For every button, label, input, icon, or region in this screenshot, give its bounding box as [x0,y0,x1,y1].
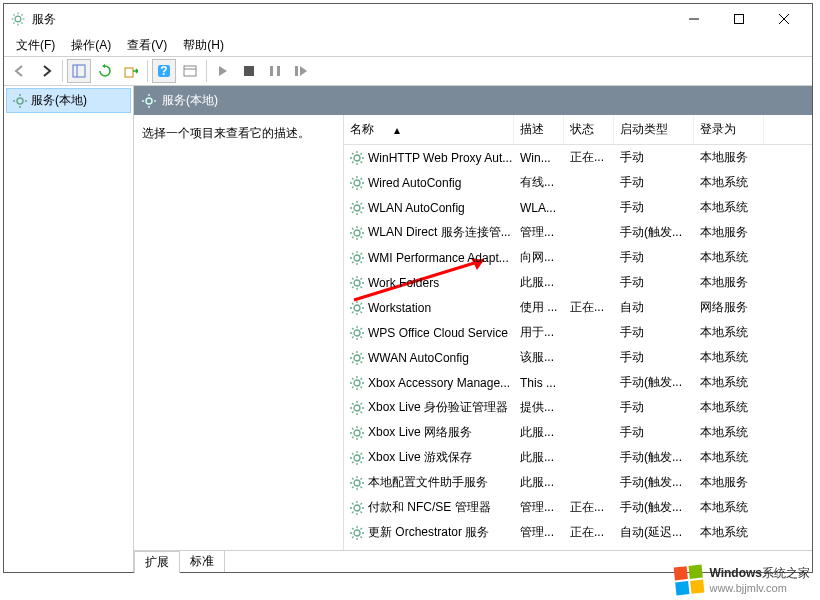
svg-line-160 [352,486,354,488]
col-header-startup[interactable]: 启动类型 [614,115,694,144]
svg-line-42 [361,153,363,155]
svg-line-131 [361,411,363,413]
table-row[interactable]: WLAN AutoConfigWLA...手动本地系统 [344,195,812,220]
forward-button[interactable] [34,59,58,83]
svg-line-130 [352,403,354,405]
svg-point-107 [354,355,360,361]
export-button[interactable] [119,59,143,83]
cell-desc: WLA... [514,200,564,216]
col-header-desc[interactable]: 描述 [514,115,564,144]
table-row[interactable]: WLAN Direct 服务连接管...管理...手动(触发...本地服务 [344,220,812,245]
table-row[interactable]: Xbox Live 身份验证管理器提供...手动本地系统 [344,395,812,420]
svg-line-159 [361,478,363,480]
table-row[interactable]: Xbox Live 网络服务此服...手动本地系统 [344,420,812,445]
watermark-sub: 系统之家 [762,566,810,580]
table-row[interactable]: Wired AutoConfig有线...手动本地系统 [344,170,812,195]
start-service-button[interactable] [211,59,235,83]
col-header-name[interactable]: 名称▴ [344,115,514,144]
svg-line-176 [361,536,363,538]
list-header: 名称▴ 描述 状态 启动类型 登录为 [344,115,812,145]
cell-desc: 此服... [514,273,564,292]
main-body: 服务(本地) 服务(本地) 选择一个项目来查看它的描述。 名称▴ [4,86,812,572]
svg-line-43 [352,161,354,163]
minimize-button[interactable] [671,5,716,33]
properties-button[interactable] [178,59,202,83]
col-header-logon[interactable]: 登录为 [694,115,764,144]
svg-line-68 [361,236,363,238]
close-button[interactable] [761,5,806,33]
maximize-button[interactable] [716,5,761,33]
table-row[interactable]: 功能访问管理器服务提供...正在...手动本地系统 [344,545,812,550]
cell-startup: 手动 [614,423,694,442]
svg-point-80 [354,280,360,286]
table-row[interactable]: Workstation使用 ...正在...自动网络服务 [344,295,812,320]
svg-point-0 [15,16,21,22]
toolbar-separator [147,60,148,82]
svg-line-115 [352,361,354,363]
menu-action[interactable]: 操作(A) [67,35,115,56]
svg-point-116 [354,380,360,386]
cell-status [564,207,614,209]
refresh-button[interactable] [93,59,117,83]
tab-extended[interactable]: 扩展 [134,551,180,573]
service-gear-icon [350,201,364,215]
cell-logon: 本地系统 [694,398,764,417]
svg-line-61 [352,211,354,213]
service-list-pane: 名称▴ 描述 状态 启动类型 登录为 WinHTTP Web Proxy Aut… [344,115,812,550]
table-row[interactable]: Work Folders此服...手动本地服务 [344,270,812,295]
tab-standard[interactable]: 标准 [179,550,225,572]
show-hide-tree-button[interactable] [67,59,91,83]
svg-line-5 [13,14,14,15]
svg-line-51 [361,178,363,180]
tree-item-services-local[interactable]: 服务(本地) [6,88,131,113]
table-row[interactable]: WPS Office Cloud Service用于...手动本地系统 [344,320,812,345]
table-row[interactable]: WWAN AutoConfig该服...手动本地系统 [344,345,812,370]
table-row[interactable]: 更新 Orchestrator 服务管理...正在...自动(延迟...本地系统 [344,520,812,545]
help-button[interactable]: ? [152,59,176,83]
svg-point-143 [354,455,360,461]
svg-line-158 [361,486,363,488]
table-row[interactable]: Xbox Live 游戏保存此服...手动(触发...本地系统 [344,445,812,470]
menu-file[interactable]: 文件(F) [12,35,59,56]
svg-line-123 [361,378,363,380]
table-row[interactable]: WinHTTP Web Proxy Aut...Win...正在...手动本地服… [344,145,812,170]
cell-startup: 手动 [614,248,694,267]
cell-startup: 手动 [614,173,694,192]
svg-line-169 [352,511,354,513]
svg-line-40 [352,153,354,155]
table-row[interactable]: 付款和 NFC/SE 管理器管理...正在...手动(触发...本地系统 [344,495,812,520]
svg-line-76 [352,253,354,255]
list-rows[interactable]: WinHTTP Web Proxy Aut...Win...正在...手动本地服… [344,145,812,550]
cell-status: 正在... [564,548,614,550]
cell-name: WMI Performance Adapt... [344,250,514,266]
svg-line-85 [352,278,354,280]
cell-logon: 本地系统 [694,548,764,550]
restart-service-button[interactable] [289,59,313,83]
cell-desc: 有线... [514,173,564,192]
cell-logon: 本地服务 [694,273,764,292]
table-row[interactable]: Xbox Accessory Manage...This ...手动(触发...… [344,370,812,395]
back-button[interactable] [8,59,32,83]
menu-help[interactable]: 帮助(H) [179,35,228,56]
cell-logon: 本地系统 [694,323,764,342]
tree-item-label: 服务(本地) [31,92,87,109]
svg-line-59 [361,211,363,213]
sort-asc-icon: ▴ [394,123,400,137]
cell-startup: 手动 [614,398,694,417]
right-pane-body: 选择一个项目来查看它的描述。 名称▴ 描述 状态 启动类型 登录为 WinHTT… [134,115,812,550]
description-prompt: 选择一个项目来查看它的描述。 [142,125,335,142]
table-row[interactable]: WMI Performance Adapt...向网...手动本地系统 [344,245,812,270]
svg-line-41 [361,161,363,163]
stop-service-button[interactable] [237,59,261,83]
cell-name: Work Folders [344,275,514,291]
svg-line-79 [352,261,354,263]
menu-view[interactable]: 查看(V) [123,35,171,56]
table-row[interactable]: 本地配置文件助手服务此服...手动(触发...本地服务 [344,470,812,495]
col-header-status[interactable]: 状态 [564,115,614,144]
svg-rect-18 [184,66,196,76]
cell-logon: 本地服务 [694,223,764,242]
svg-line-58 [352,203,354,205]
pause-service-button[interactable] [263,59,287,83]
cell-status [564,232,614,234]
svg-line-8 [13,23,14,24]
